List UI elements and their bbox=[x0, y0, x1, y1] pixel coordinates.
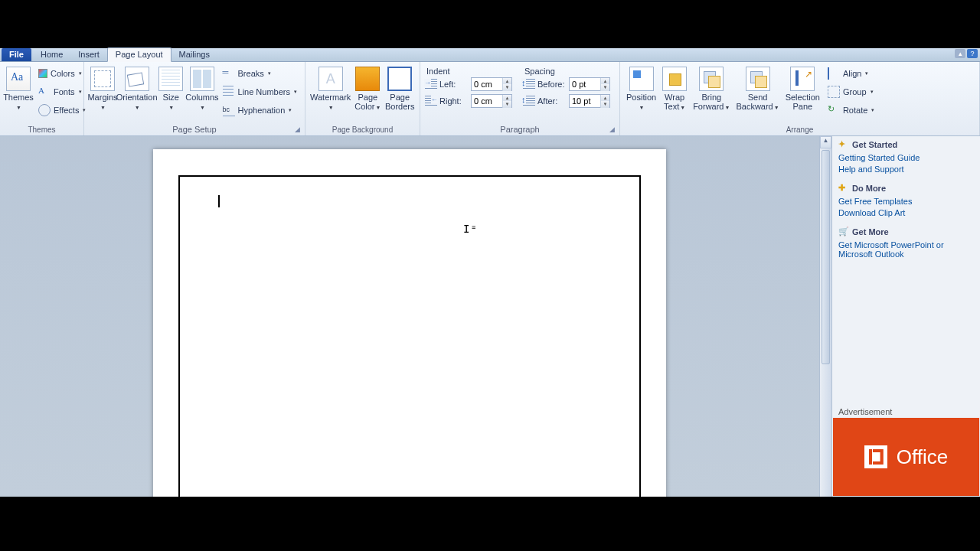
mouse-ibeam-icon: I ≡ bbox=[463, 223, 475, 235]
tab-page-layout[interactable]: Page Layout bbox=[107, 47, 172, 62]
chevron-down-icon: ▾ bbox=[268, 70, 271, 77]
spin-up-icon[interactable]: ▲ bbox=[502, 78, 511, 85]
selection-pane-button[interactable]: Selection Pane bbox=[782, 64, 823, 111]
indent-left-input[interactable] bbox=[472, 80, 502, 89]
themes-button[interactable]: Themes▼ bbox=[3, 64, 34, 112]
columns-icon bbox=[190, 67, 214, 91]
chevron-down-icon: ▾ bbox=[294, 89, 297, 95]
document-canvas[interactable]: I ≡ bbox=[0, 136, 819, 497]
page-color-label: Page Color bbox=[354, 93, 377, 111]
indent-right-spinner[interactable]: ▲▼ bbox=[471, 94, 512, 108]
page[interactable]: I ≡ bbox=[153, 149, 666, 497]
spin-up-icon[interactable]: ▲ bbox=[600, 78, 609, 85]
ribbon: Themes▼ Colors▾ AFonts▾ Effects▾ Themes … bbox=[0, 62, 980, 136]
spin-down-icon[interactable]: ▼ bbox=[600, 84, 609, 91]
spacing-heading: Spacing bbox=[523, 65, 610, 76]
orientation-button[interactable]: Orientation▼ bbox=[118, 64, 155, 112]
orientation-label: Orientation bbox=[116, 93, 158, 102]
indent-heading: Indent bbox=[425, 65, 512, 76]
send-backward-button[interactable]: Send Backward▼ bbox=[733, 64, 782, 112]
tab-mailings[interactable]: Mailings bbox=[172, 48, 217, 61]
group-title-arrange: Arrange bbox=[623, 125, 976, 135]
spacing-before-icon bbox=[523, 79, 535, 90]
chevron-down-icon: ▼ bbox=[724, 105, 730, 110]
cart-icon: 🛒 bbox=[838, 227, 849, 237]
help-icon[interactable]: ? bbox=[967, 49, 978, 58]
spacing-before-input[interactable] bbox=[570, 80, 600, 89]
spacing-after-spinner[interactable]: ▲▼ bbox=[569, 94, 610, 108]
scroll-thumb[interactable] bbox=[822, 150, 830, 364]
bring-forward-label: Bring Forward bbox=[693, 93, 724, 111]
tab-file[interactable]: File bbox=[2, 48, 31, 61]
columns-button[interactable]: Columns▼ bbox=[186, 64, 217, 112]
spacing-before-spinner[interactable]: ▲▼ bbox=[569, 77, 610, 91]
watermark-button[interactable]: AWatermark▼ bbox=[309, 64, 352, 112]
hyphenation-button[interactable]: Hyphenation▾ bbox=[220, 102, 300, 119]
link-download-clip-art[interactable]: Download Clip Art bbox=[838, 207, 974, 219]
spin-up-icon[interactable]: ▲ bbox=[502, 95, 511, 102]
chevron-down-icon: ▼ bbox=[639, 105, 645, 110]
chevron-down-icon: ▼ bbox=[100, 105, 106, 110]
group-icon bbox=[828, 86, 840, 98]
line-numbers-icon bbox=[223, 86, 235, 98]
fonts-button[interactable]: AFonts▾ bbox=[35, 83, 89, 100]
dialog-launcher-icon[interactable]: ◢ bbox=[607, 126, 616, 135]
chevron-down-icon: ▾ bbox=[871, 107, 874, 113]
rotate-label: Rotate bbox=[843, 106, 867, 115]
rotate-icon: ↻ bbox=[828, 104, 840, 116]
link-get-free-templates[interactable]: Get Free Templates bbox=[838, 196, 974, 207]
selection-pane-icon bbox=[790, 67, 815, 91]
breaks-icon bbox=[223, 67, 235, 80]
colors-button[interactable]: Colors▾ bbox=[35, 65, 89, 82]
watermark-icon: A bbox=[318, 67, 343, 91]
do-more-heading: Do More bbox=[852, 184, 886, 193]
chevron-down-icon: ▼ bbox=[376, 105, 381, 110]
indent-left-label: Left: bbox=[439, 80, 469, 89]
indent-left-icon bbox=[425, 79, 437, 90]
group-label: Group bbox=[843, 87, 867, 96]
spin-down-icon[interactable]: ▼ bbox=[502, 84, 511, 91]
align-button[interactable]: Align▾ bbox=[825, 65, 877, 82]
size-button[interactable]: Size▼ bbox=[155, 64, 186, 112]
page-borders-icon bbox=[387, 67, 412, 91]
link-get-powerpoint-outlook[interactable]: Get Microsoft PowerPoint or Microsoft Ou… bbox=[838, 240, 974, 260]
advertisement-banner[interactable]: Office bbox=[833, 418, 979, 496]
scroll-up-icon[interactable]: ▲ bbox=[820, 136, 831, 148]
line-numbers-button[interactable]: Line Numbers▾ bbox=[220, 83, 300, 100]
margins-button[interactable]: Margins▼ bbox=[87, 64, 118, 112]
spacing-after-label: After: bbox=[537, 96, 567, 106]
group-arrange: Position▼ Wrap Text▼ Bring Forward▼ Send… bbox=[620, 62, 980, 135]
bring-forward-button[interactable]: Bring Forward▼ bbox=[690, 64, 733, 112]
text-cursor bbox=[218, 195, 220, 207]
rotate-button[interactable]: ↻Rotate▾ bbox=[825, 102, 877, 119]
group-title-page-setup: Page Setup bbox=[172, 125, 217, 134]
align-icon bbox=[828, 67, 840, 80]
group-themes: Themes▼ Colors▾ AFonts▾ Effects▾ Themes bbox=[0, 62, 84, 135]
minimize-ribbon-icon[interactable]: ▴ bbox=[955, 49, 965, 58]
effects-button[interactable]: Effects▾ bbox=[35, 102, 89, 119]
breaks-button[interactable]: Breaks▾ bbox=[220, 65, 300, 82]
position-button[interactable]: Position▼ bbox=[623, 64, 659, 112]
page-color-button[interactable]: Page Color▼ bbox=[352, 64, 383, 112]
link-getting-started-guide[interactable]: Getting Started Guide bbox=[838, 152, 974, 164]
tab-insert[interactable]: Insert bbox=[70, 48, 107, 61]
indent-left-spinner[interactable]: ▲▼ bbox=[471, 77, 512, 91]
chevron-down-icon: ▾ bbox=[289, 107, 292, 113]
chevron-down-icon: ▼ bbox=[135, 105, 140, 110]
tab-home[interactable]: Home bbox=[33, 48, 70, 61]
themes-label: Themes bbox=[3, 93, 34, 102]
link-help-and-support[interactable]: Help and Support bbox=[838, 164, 974, 175]
line-numbers-label: Line Numbers bbox=[238, 87, 290, 96]
spin-down-icon[interactable]: ▼ bbox=[600, 101, 609, 108]
page-borders-button[interactable]: Page Borders bbox=[383, 64, 416, 111]
spin-down-icon[interactable]: ▼ bbox=[502, 101, 511, 108]
spacing-after-input[interactable] bbox=[570, 96, 600, 106]
vertical-scrollbar[interactable]: ▲ bbox=[819, 136, 831, 497]
get-more-heading: Get More bbox=[852, 227, 889, 236]
group-button[interactable]: Group▾ bbox=[825, 83, 877, 100]
watermark-label: Watermark bbox=[310, 93, 351, 102]
spin-up-icon[interactable]: ▲ bbox=[600, 95, 609, 102]
indent-right-input[interactable] bbox=[472, 96, 502, 106]
wrap-text-button[interactable]: Wrap Text▼ bbox=[659, 64, 690, 112]
dialog-launcher-icon[interactable]: ◢ bbox=[292, 126, 302, 135]
